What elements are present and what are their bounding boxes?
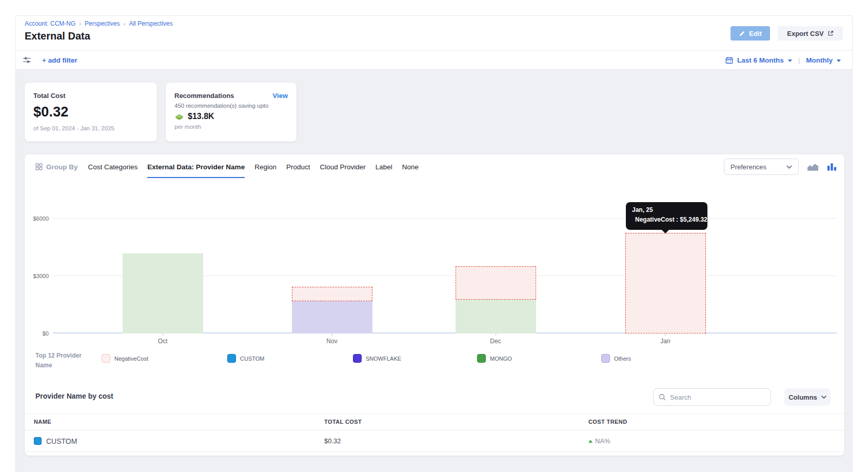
tab-cloud-provider[interactable]: Cloud Provider xyxy=(320,156,365,178)
total-cost-value: $0.32 xyxy=(33,104,148,120)
perspective-card: Group By Cost CategoriesExternal Data: P… xyxy=(25,154,844,456)
breadcrumb-account[interactable]: Account: CCM-NG xyxy=(25,20,75,27)
bar-segment-snowflake-nov[interactable] xyxy=(292,301,372,333)
page-title: External Data xyxy=(25,30,90,42)
grid-icon xyxy=(35,163,43,170)
legend-swatch-negativecost xyxy=(102,354,110,363)
y-axis-tick-label: $3000 xyxy=(26,273,49,279)
x-axis-tick xyxy=(665,333,666,336)
group-by-tabs: Cost CategoriesExternal Data: Provider N… xyxy=(88,156,419,178)
column-header-name[interactable]: NAME xyxy=(34,419,51,425)
x-axis-tick-label: Oct xyxy=(142,338,183,345)
date-range-dropdown[interactable]: Last 6 Months xyxy=(737,56,784,64)
add-filter-button[interactable]: + add filter xyxy=(42,56,77,64)
calendar-icon xyxy=(725,56,733,64)
table-title: Provider Name by cost xyxy=(35,392,113,400)
tooltip-arrow xyxy=(662,230,669,233)
bar-segment-negativecost-nov[interactable] xyxy=(292,287,372,301)
legend-item-negativecost[interactable]: NegativeCost xyxy=(102,354,148,363)
tab-none[interactable]: None xyxy=(402,156,419,178)
granularity-dropdown[interactable]: Monthly xyxy=(806,56,833,64)
group-by-row: Group By Cost CategoriesExternal Data: P… xyxy=(25,154,844,179)
breadcrumb-separator: › xyxy=(79,21,81,27)
filter-sliders-icon[interactable] xyxy=(23,56,31,64)
legend-swatch-snowflake xyxy=(353,354,362,363)
chart-legend: Top 12 Provider Name NegativeCostCUSTOMS… xyxy=(25,349,844,372)
legend-item-custom[interactable]: CUSTOM xyxy=(227,354,264,363)
x-axis-tick-label: Jan xyxy=(645,338,686,345)
total-cost-period: of Sep 01, 2024 - Jan 31, 2025 xyxy=(33,125,148,131)
table-row-custom[interactable]: CUSTOM$0.32NA% xyxy=(25,430,844,452)
tab-label[interactable]: Label xyxy=(376,156,392,178)
bar-segment-mongo-dec[interactable] xyxy=(456,300,536,333)
tooltip-line: NegativeCost : $5,249.32 xyxy=(632,216,701,223)
legend-label-snowflake: SNOWFLAKE xyxy=(366,356,401,362)
legend-title: Top 12 Provider Name xyxy=(35,351,87,370)
column-header-total-cost[interactable]: TOTAL COST xyxy=(324,419,362,425)
caret-down-icon[interactable] xyxy=(788,60,792,62)
money-icon xyxy=(174,113,184,121)
tooltip-title: Jan, 25 xyxy=(632,206,701,213)
page-header: Account: CCM-NG›Perspectives›All Perspec… xyxy=(16,16,852,50)
breadcrumb: Account: CCM-NG›Perspectives›All Perspec… xyxy=(25,20,173,27)
edit-button[interactable]: Edit xyxy=(731,26,770,41)
legend-item-snowflake[interactable]: SNOWFLAKE xyxy=(353,354,401,363)
y-axis-tick-label: $0 xyxy=(26,330,49,337)
recommendations-count-text: 450 recommendation(s) saving upto xyxy=(174,103,288,109)
app-frame: Account: CCM-NG›Perspectives›All Perspec… xyxy=(15,15,853,472)
tab-region[interactable]: Region xyxy=(254,156,277,178)
area-chart-icon[interactable] xyxy=(807,163,819,171)
x-axis-tick xyxy=(163,333,163,336)
bar-chart-icon[interactable] xyxy=(827,163,837,171)
legend-label-others: Others xyxy=(614,356,631,362)
legend-label-negativecost: NegativeCost xyxy=(114,356,148,362)
legend-swatch-custom xyxy=(227,354,236,363)
recommendations-period: per month xyxy=(174,124,288,130)
trend-value: NA% xyxy=(595,437,610,445)
column-header-cost-trend[interactable]: COST TREND xyxy=(588,419,627,425)
x-axis-tick xyxy=(496,333,496,336)
legend-swatch-others xyxy=(601,354,610,363)
gridline-6000 xyxy=(53,218,837,219)
legend-swatch-mongo xyxy=(477,354,486,363)
preferences-label: Preferences xyxy=(731,163,766,171)
legend-item-others[interactable]: Others xyxy=(601,354,631,363)
recommendations-card: Recommendations View 450 recommendation(… xyxy=(166,83,297,142)
breadcrumb-all-perspectives[interactable]: All Perspectives xyxy=(129,20,172,27)
provider-color-swatch xyxy=(34,437,42,445)
search-input[interactable] xyxy=(670,394,765,401)
x-axis-tick-label: Dec xyxy=(475,338,516,345)
bar-segment-negativecost-dec[interactable] xyxy=(456,266,536,300)
columns-label: Columns xyxy=(788,394,817,401)
edit-button-label: Edit xyxy=(749,30,762,37)
tab-cost-categories[interactable]: Cost Categories xyxy=(88,156,138,178)
total-cost-card: Total Cost $0.32 of Sep 01, 2024 - Jan 3… xyxy=(25,83,157,142)
time-controls: Last 6 Months | Monthly xyxy=(725,56,841,64)
group-by-label-wrap: Group By xyxy=(35,163,78,171)
cell-total-cost: $0.32 xyxy=(324,430,341,451)
caret-down-icon[interactable] xyxy=(837,60,841,62)
y-axis-tick-label: $6000 xyxy=(26,215,49,222)
divider: | xyxy=(798,56,800,64)
columns-dropdown[interactable]: Columns xyxy=(784,388,831,406)
table-header-row: NAMETOTAL COSTCOST TREND xyxy=(25,414,844,430)
tooltip-text: NegativeCost : $5,249.32 xyxy=(635,216,707,223)
export-csv-label: Export CSV xyxy=(787,30,824,37)
breadcrumb-perspectives[interactable]: Perspectives xyxy=(85,20,120,27)
view-recommendations-link[interactable]: View xyxy=(273,92,288,100)
tab-product[interactable]: Product xyxy=(286,156,310,178)
tab-external-data-provider-name[interactable]: External Data: Provider Name xyxy=(147,156,245,178)
cell-name: CUSTOM xyxy=(34,430,77,451)
content-area: Total Cost $0.32 of Sep 01, 2024 - Jan 3… xyxy=(16,70,852,472)
bar-segment-mongo-oct[interactable] xyxy=(123,253,203,333)
group-by-label: Group By xyxy=(46,163,78,171)
bar-segment-negativecost-jan[interactable] xyxy=(625,233,706,333)
recommendations-label: Recommendations xyxy=(174,92,234,100)
breadcrumb-separator: › xyxy=(124,21,126,27)
export-csv-button[interactable]: Export CSV xyxy=(778,26,843,41)
legend-item-mongo[interactable]: MONGO xyxy=(477,354,512,363)
stacked-bar-chart: Jan, 25 NegativeCost : $5,249.32 $0$3000… xyxy=(53,202,837,333)
preferences-dropdown[interactable]: Preferences xyxy=(724,159,799,175)
filter-bar: + add filter Last 6 Months | Monthly xyxy=(16,50,852,70)
legend-label-mongo: MONGO xyxy=(490,356,512,362)
